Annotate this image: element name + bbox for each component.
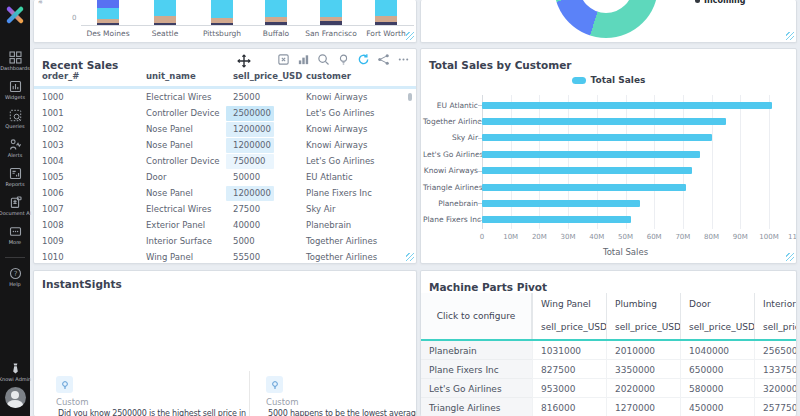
pivot-configure-cell[interactable]: Click to configure — [421, 293, 532, 339]
pivot-value-cell[interactable]: 1031000 — [532, 341, 606, 360]
resize-grip-icon[interactable] — [406, 253, 414, 261]
pivot-value-cell[interactable]: 2577500 — [754, 398, 797, 416]
stacked-bar[interactable] — [97, 0, 119, 25]
pivot-column-header[interactable]: Interior Surface — [754, 293, 797, 316]
cell-customer: Knowi Airways — [306, 121, 367, 137]
total-sales-bar[interactable] — [482, 118, 726, 125]
knowi-logo-icon[interactable] — [4, 4, 26, 26]
insights-bulb-icon[interactable] — [337, 53, 350, 66]
sidebar-item-alerts[interactable]: Alerts — [0, 137, 30, 158]
export-table-icon[interactable] — [277, 53, 290, 66]
resize-grip-icon[interactable] — [406, 32, 414, 40]
sidebar-item-widgets[interactable]: Widgets — [0, 79, 30, 100]
stacked-bar[interactable] — [154, 0, 176, 25]
table-row[interactable]: 1009Interior Surface5000Together Airline… — [34, 233, 416, 249]
total-sales-bar[interactable] — [482, 134, 712, 141]
total-sales-bar[interactable] — [482, 200, 640, 207]
pivot-value-cell[interactable]: 580000 — [680, 379, 754, 398]
pivot-measure-header[interactable]: sell_price_USD — [754, 316, 797, 339]
insight-bulb-icon[interactable] — [266, 376, 283, 393]
cell-customer: Plane Fixers Inc — [306, 185, 372, 201]
table-row[interactable]: 1005Door50000EU Atlantic — [34, 169, 416, 185]
table-row[interactable]: 1006Nose Panel1200000Plane Fixers Inc — [34, 185, 416, 201]
pivot-measure-header[interactable]: sell_price_USD — [606, 316, 680, 339]
cell-customer: Together Airlines — [306, 249, 377, 264]
pivot-row-label[interactable]: Let's Go Airlines — [421, 379, 532, 398]
table-row[interactable]: 1010Wing Panel55500Together Airlines — [34, 249, 416, 264]
column-header[interactable]: unit_name — [146, 71, 196, 81]
sidebar-item-knowi-admin[interactable]: Knowi Admin — [0, 361, 31, 382]
pivot-value-cell[interactable]: 2010000 — [606, 341, 680, 360]
pivot-column-header[interactable]: Wing Panel — [532, 293, 606, 316]
column-header[interactable]: order_# — [42, 71, 79, 81]
refresh-icon[interactable] — [357, 53, 370, 66]
pivot-value-cell[interactable]: 827500 — [532, 360, 606, 379]
bar-chart-icon[interactable] — [297, 53, 310, 66]
cell-sell-price: 2500000 — [233, 105, 271, 121]
total-sales-bar[interactable] — [482, 216, 631, 223]
table-row[interactable]: 1008Exterior Panel40000Planebrain — [34, 217, 416, 233]
pivot-value-cell[interactable]: 1337500 — [754, 360, 797, 379]
total-sales-bar[interactable] — [482, 102, 772, 109]
pivot-measure-header[interactable]: sell_price_USD — [532, 316, 606, 339]
table-row[interactable]: 1002Nose Panel1200000Knowi Airways — [34, 121, 416, 137]
sidebar-item-label: Queries — [5, 123, 24, 129]
x-axis-tick-label: 70M — [668, 233, 698, 241]
total-sales-bar[interactable] — [482, 151, 700, 158]
table-row[interactable]: 1000Electrical Wires25000Knowi Airways — [34, 89, 416, 105]
legend-item[interactable]: Incoming — [695, 0, 745, 5]
pivot-value-cell[interactable]: 2565000 — [754, 341, 797, 360]
pivot-value-cell[interactable]: 953000 — [532, 379, 606, 398]
document-ai-icon — [8, 195, 22, 209]
pivot-value-cell[interactable]: 1270000 — [606, 398, 680, 416]
sidebar-item-queries[interactable]: Queries — [0, 108, 30, 129]
pivot-row-label[interactable]: Triangle Airlines — [421, 398, 532, 416]
pivot-value-cell[interactable]: 3200000 — [754, 379, 797, 398]
bar-segment — [97, 23, 119, 25]
pivot-column-header[interactable]: Plumbing — [606, 293, 680, 316]
stacked-bar[interactable] — [320, 0, 342, 25]
total-sales-bar[interactable] — [482, 184, 686, 191]
widget-header: Total Sales by Customer — [421, 49, 796, 71]
pivot-column-header[interactable]: Door — [680, 293, 754, 316]
pivot-row-label[interactable]: Plane Fixers Inc — [421, 360, 532, 379]
scrollbar-thumb[interactable] — [408, 93, 412, 101]
column-header[interactable]: sell_price_USD — [233, 71, 302, 81]
sidebar-item-document-ai[interactable]: Document AI — [0, 195, 30, 216]
cell-sell-price: 1200000 — [233, 121, 271, 137]
pivot-value-cell[interactable]: 650000 — [680, 360, 754, 379]
sidebar-item-help[interactable]: ?Help — [0, 266, 30, 287]
table-row[interactable]: 1004Controller Device750000Let's Go Airl… — [34, 153, 416, 169]
stacked-bar[interactable] — [265, 0, 287, 25]
table-row[interactable]: 1003Nose Panel1200000Knowi Airways — [34, 137, 416, 153]
y-axis-label: Knowi Airways — [423, 166, 478, 175]
sidebar-item-reports[interactable]: Reports — [0, 166, 30, 187]
insight-bulb-icon[interactable] — [56, 376, 73, 393]
move-handle-icon[interactable] — [237, 53, 251, 67]
table-row[interactable]: 1007Electrical Wires27500Sky Air — [34, 201, 416, 217]
resize-grip-icon[interactable] — [786, 32, 794, 40]
share-icon[interactable] — [377, 53, 390, 66]
search-icon[interactable] — [317, 53, 330, 66]
total-sales-bar[interactable] — [482, 167, 692, 174]
stacked-bar[interactable] — [375, 0, 397, 25]
pivot-value-cell[interactable]: 450000 — [680, 398, 754, 416]
stacked-bar[interactable] — [211, 0, 233, 25]
table-row[interactable]: 1001Controller Device2500000Let's Go Air… — [34, 105, 416, 121]
legend-item[interactable]: Total Sales — [421, 75, 796, 85]
pivot-measure-header[interactable]: sell_price_USD — [680, 316, 754, 339]
resize-grip-icon[interactable] — [786, 253, 794, 261]
pivot-value-cell[interactable]: 3350000 — [606, 360, 680, 379]
sidebar-item-dashboards[interactable]: Dashboards — [0, 50, 30, 71]
avatar[interactable] — [5, 387, 26, 408]
pivot-row-label[interactable]: Planebrain — [421, 341, 532, 360]
alerts-icon — [8, 137, 22, 151]
sidebar-item-more[interactable]: More — [0, 224, 30, 245]
cell-customer: Let's Go Airlines — [306, 153, 375, 169]
cell-order: 1000 — [42, 89, 64, 105]
pivot-value-cell[interactable]: 816000 — [532, 398, 606, 416]
more-icon[interactable] — [397, 53, 410, 66]
pivot-value-cell[interactable]: 1040000 — [680, 341, 754, 360]
pivot-value-cell[interactable]: 2020000 — [606, 379, 680, 398]
column-header[interactable]: customer — [306, 71, 351, 81]
